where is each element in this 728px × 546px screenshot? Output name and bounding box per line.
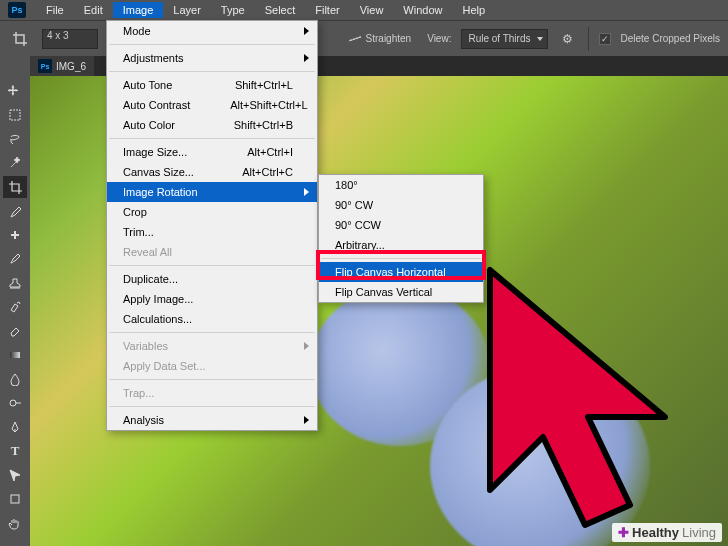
rotation-menu-item-90-ccw[interactable]: 90° CCW [319, 215, 483, 235]
eyedropper-tool-icon[interactable] [3, 200, 27, 222]
svg-rect-2 [14, 231, 16, 239]
menu-separator [109, 71, 315, 72]
menu-select[interactable]: Select [255, 2, 306, 18]
image-menu-item-crop[interactable]: Crop [107, 202, 317, 222]
watermark-text-1: Healthy [632, 525, 679, 540]
image-menu-item-canvas-size[interactable]: Canvas Size...Alt+Ctrl+C [107, 162, 317, 182]
hand-tool-icon[interactable] [3, 512, 27, 534]
submenu-arrow-icon [304, 342, 309, 350]
menu-item-label: Auto Contrast [123, 99, 190, 111]
rotation-menu-item-flip-canvas-vertical[interactable]: Flip Canvas Vertical [319, 282, 483, 302]
menu-filter[interactable]: Filter [305, 2, 349, 18]
history-brush-tool-icon[interactable] [3, 296, 27, 318]
submenu-arrow-icon [304, 416, 309, 424]
pen-tool-icon[interactable] [3, 416, 27, 438]
straighten-label: Straighten [366, 33, 412, 44]
image-menu-item-mode[interactable]: Mode [107, 21, 317, 41]
menu-item-label: Apply Data Set... [123, 360, 293, 372]
svg-rect-5 [11, 495, 19, 503]
crop-tool-icon[interactable] [3, 176, 27, 198]
menu-item-label: Apply Image... [123, 293, 293, 305]
image-menu-item-calculations[interactable]: Calculations... [107, 309, 317, 329]
wand-tool-icon[interactable] [3, 152, 27, 174]
image-menu-item-adjustments[interactable]: Adjustments [107, 48, 317, 68]
shape-tool-icon[interactable] [3, 488, 27, 510]
menu-item-label: Auto Color [123, 119, 194, 131]
watermark-text-2: Living [682, 525, 716, 540]
menu-layer[interactable]: Layer [163, 2, 211, 18]
menu-item-label: Mode [123, 25, 293, 37]
menu-item-label: Duplicate... [123, 273, 293, 285]
menu-item-label: 180° [335, 179, 459, 191]
menu-item-label: Auto Tone [123, 79, 195, 91]
healing-tool-icon[interactable] [3, 224, 27, 246]
menu-item-label: Canvas Size... [123, 166, 202, 178]
blur-tool-icon[interactable] [3, 368, 27, 390]
rotation-menu-item-flip-canvas-horizontal[interactable]: Flip Canvas Horizontal [319, 262, 483, 282]
delete-cropped-checkbox[interactable]: ✓ [599, 33, 611, 45]
marquee-tool-icon[interactable] [3, 104, 27, 126]
straighten-button[interactable]: Straighten [342, 31, 418, 47]
plus-icon: ✚ [618, 525, 629, 540]
menu-file[interactable]: File [36, 2, 74, 18]
submenu-arrow-icon [304, 54, 309, 62]
menu-item-label: Flip Canvas Vertical [335, 286, 459, 298]
menu-window[interactable]: Window [393, 2, 452, 18]
image-menu-item-auto-color[interactable]: Auto ColorShift+Ctrl+B [107, 115, 317, 135]
image-menu-item-duplicate[interactable]: Duplicate... [107, 269, 317, 289]
image-menu-item-trim[interactable]: Trim... [107, 222, 317, 242]
image-menu-item-trap: Trap... [107, 383, 317, 403]
menu-item-label: Calculations... [123, 313, 293, 325]
menu-item-shortcut: Shift+Ctrl+L [235, 79, 293, 91]
menu-separator [109, 379, 315, 380]
menu-item-label: Reveal All [123, 246, 293, 258]
view-dropdown[interactable]: Rule of Thirds [461, 29, 547, 49]
menu-item-shortcut: Alt+Shift+Ctrl+L [230, 99, 307, 111]
delete-cropped-label: Delete Cropped Pixels [621, 33, 721, 44]
image-menu-item-apply-image[interactable]: Apply Image... [107, 289, 317, 309]
lasso-tool-icon[interactable] [3, 128, 27, 150]
gradient-tool-icon[interactable] [3, 344, 27, 366]
menu-item-label: Arbitrary... [335, 239, 459, 251]
path-tool-icon[interactable] [3, 464, 27, 486]
rotation-menu-item-180[interactable]: 180° [319, 175, 483, 195]
image-menu-item-auto-contrast[interactable]: Auto ContrastAlt+Shift+Ctrl+L [107, 95, 317, 115]
image-menu-item-analysis[interactable]: Analysis [107, 410, 317, 430]
menu-item-shortcut: Alt+Ctrl+I [247, 146, 293, 158]
rotation-menu-item-arbitrary[interactable]: Arbitrary... [319, 235, 483, 255]
menu-separator [109, 406, 315, 407]
menu-separator [109, 44, 315, 45]
image-menu-item-image-rotation[interactable]: Image Rotation [107, 182, 317, 202]
menu-help[interactable]: Help [452, 2, 495, 18]
aspect-ratio-input[interactable]: 4 x 3 [42, 29, 98, 49]
menu-separator [321, 258, 481, 259]
image-menu-item-auto-tone[interactable]: Auto ToneShift+Ctrl+L [107, 75, 317, 95]
menu-item-label: Adjustments [123, 52, 293, 64]
brush-tool-icon[interactable] [3, 248, 27, 270]
move-tool-icon[interactable] [3, 80, 27, 102]
type-tool-icon[interactable]: T [3, 440, 27, 462]
menu-view[interactable]: View [350, 2, 394, 18]
gear-icon[interactable]: ⚙ [558, 29, 578, 49]
eraser-tool-icon[interactable] [3, 320, 27, 342]
menu-separator [109, 138, 315, 139]
crop-tool-icon[interactable] [8, 27, 32, 51]
menu-type[interactable]: Type [211, 2, 255, 18]
watermark: ✚ HealthyLiving [612, 523, 722, 542]
dodge-tool-icon[interactable] [3, 392, 27, 414]
svg-rect-0 [10, 110, 20, 120]
image-menu-item-image-size[interactable]: Image Size...Alt+Ctrl+I [107, 142, 317, 162]
image-menu-item-reveal-all: Reveal All [107, 242, 317, 262]
menu-edit[interactable]: Edit [74, 2, 113, 18]
menu-item-shortcut: Alt+Ctrl+C [242, 166, 293, 178]
stamp-tool-icon[interactable] [3, 272, 27, 294]
menu-item-label: Trap... [123, 387, 293, 399]
menu-image[interactable]: Image [113, 2, 164, 18]
document-tab[interactable]: Ps IMG_6 [30, 56, 94, 76]
document-ps-icon: Ps [38, 59, 52, 73]
rotation-menu-item-90-cw[interactable]: 90° CW [319, 195, 483, 215]
svg-point-4 [10, 400, 16, 406]
submenu-arrow-icon [304, 27, 309, 35]
menu-item-label: 90° CW [335, 199, 459, 211]
menu-separator [109, 332, 315, 333]
